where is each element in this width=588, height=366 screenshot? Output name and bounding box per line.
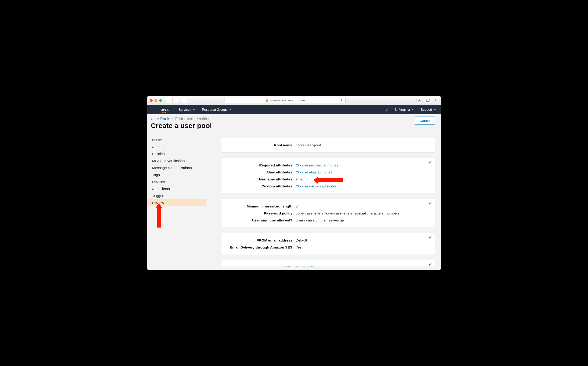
- share-button[interactable]: [416, 98, 423, 103]
- mfa-link[interactable]: Enable MFA...: [296, 265, 318, 267]
- edit-password-button[interactable]: [428, 201, 432, 206]
- pencil-icon: [428, 201, 432, 205]
- nav-region[interactable]: N. Virginia: [395, 108, 414, 111]
- nav-services[interactable]: Services: [179, 108, 195, 111]
- nav-support[interactable]: Support: [421, 108, 436, 111]
- sidebar-item-attributes[interactable]: Attributes: [147, 143, 206, 150]
- bell-icon: [385, 107, 389, 111]
- sidebar-item-mfa[interactable]: MFA and verifications: [147, 157, 206, 164]
- from-email-value: Default: [296, 238, 307, 243]
- svg-rect-5: [427, 99, 429, 101]
- nav-support-label: Support: [421, 108, 432, 111]
- browser-window: ‹ › 🔒 console.aws.amazon.com ↻ + aws: [147, 96, 441, 270]
- nav-services-label: Services: [179, 108, 191, 111]
- edit-attributes-button[interactable]: [428, 160, 432, 165]
- pencil-icon: [428, 262, 432, 266]
- sidebar-item-messages[interactable]: Message customizations: [147, 164, 206, 171]
- card-mfa: MFA Enable MFA...: [221, 260, 435, 267]
- nav-resource-groups[interactable]: Resource Groups: [202, 108, 231, 111]
- card-email: FROM email address Default Email Deliver…: [221, 233, 435, 255]
- pencil-icon: [428, 236, 432, 239]
- address-bar[interactable]: 🔒 console.aws.amazon.com ↻: [224, 98, 345, 103]
- custom-attrs-label: Custom attributes: [226, 184, 296, 188]
- chrome-right: +: [416, 98, 438, 103]
- signup-value: Users can sign themselves up: [296, 218, 344, 222]
- nav-region-label: N. Virginia: [395, 108, 410, 111]
- pool-name-label: Pool name: [226, 143, 296, 147]
- card-poolname: Pool name notes-user-pool: [221, 138, 435, 153]
- chevron-down-icon: [229, 109, 231, 110]
- card-attributes: Required attributes Choose required attr…: [221, 158, 435, 194]
- back-button[interactable]: ‹: [166, 98, 172, 103]
- annotation-arrow-vertical: [157, 207, 161, 228]
- annotation-arrow-horizontal: [317, 178, 343, 182]
- forward-button[interactable]: ›: [172, 98, 179, 103]
- cancel-button[interactable]: Cancel: [415, 117, 435, 125]
- page-title: Create a user pool: [147, 121, 441, 133]
- sidebar-item-policies[interactable]: Policies: [147, 150, 206, 157]
- ses-value: Yes: [296, 245, 301, 249]
- pencil-icon: [428, 160, 432, 164]
- crumb-user-pools[interactable]: User Pools: [151, 117, 170, 121]
- username-attrs-value: email: [296, 177, 304, 181]
- svg-rect-0: [183, 99, 187, 102]
- chevron-down-icon: [412, 109, 414, 110]
- minlen-label: Minimum password length: [226, 204, 296, 208]
- chevron-down-icon: [193, 109, 195, 110]
- history-nav: ‹ ›: [166, 98, 179, 103]
- share-icon: [418, 99, 421, 102]
- minimize-icon[interactable]: [155, 99, 157, 102]
- review-main: Pool name notes-user-pool Required attri…: [206, 136, 437, 267]
- required-attrs-label: Required attributes: [226, 163, 296, 167]
- maximize-icon[interactable]: [159, 99, 162, 102]
- url-text: console.aws.amazon.com: [270, 99, 305, 102]
- breadcrumb: User Pools | Federated Identities: [147, 114, 441, 121]
- policy-value: uppercase letters, lowercase letters, sp…: [296, 211, 400, 215]
- ses-label: Email Delivery through Amazon SES: [226, 245, 296, 249]
- pool-name-value: notes-user-pool: [296, 143, 321, 147]
- page: User Pools | Federated Identities Create…: [147, 114, 441, 270]
- chevron-down-icon: [434, 109, 436, 110]
- minlen-value: 8: [296, 204, 298, 208]
- card-password: Minimum password length 8 Password polic…: [221, 199, 435, 228]
- username-attrs-label: Username attributes: [226, 177, 296, 181]
- browser-chrome: ‹ › 🔒 console.aws.amazon.com ↻ +: [147, 96, 441, 105]
- aws-logo[interactable]: aws: [161, 107, 169, 112]
- aws-top-nav: aws Services Resource Groups N. Virginia…: [147, 105, 441, 114]
- sidebar-item-name[interactable]: Name: [147, 136, 206, 143]
- sidebar-icon: [183, 99, 187, 102]
- custom-attrs-link[interactable]: Choose custom attributes...: [296, 184, 340, 188]
- from-email-label: FROM email address: [226, 238, 296, 243]
- edit-mfa-button[interactable]: [428, 262, 432, 267]
- crumb-federated[interactable]: Federated Identities: [175, 117, 210, 121]
- new-tab-button[interactable]: +: [433, 98, 438, 103]
- signup-label: User sign ups allowed?: [226, 218, 296, 222]
- sidebar-item-tags[interactable]: Tags: [147, 171, 206, 178]
- wizard-sidebar: Name Attributes Policies MFA and verific…: [147, 136, 206, 206]
- notifications-button[interactable]: [385, 107, 389, 112]
- crumb-separator: |: [172, 117, 173, 121]
- tabs-icon: [426, 99, 430, 102]
- sidebar-toggle-button[interactable]: [181, 98, 188, 103]
- policy-label: Password policy: [226, 211, 296, 215]
- tabs-button[interactable]: [425, 98, 431, 103]
- lock-icon: 🔒: [265, 99, 269, 102]
- window-controls: [150, 99, 162, 102]
- aws-smile-icon: [161, 112, 168, 114]
- alias-attrs-label: Alias attributes: [226, 170, 296, 174]
- sidebar-item-appclients[interactable]: App clients: [147, 185, 206, 192]
- mfa-label: MFA: [226, 265, 296, 267]
- sidebar-item-devices[interactable]: Devices: [147, 178, 206, 185]
- reload-icon[interactable]: ↻: [341, 99, 344, 102]
- alias-attrs-link[interactable]: Choose alias attributes...: [296, 170, 336, 174]
- edit-email-button[interactable]: [428, 236, 432, 240]
- close-icon[interactable]: [150, 99, 153, 102]
- required-attrs-link[interactable]: Choose required attributes...: [296, 163, 341, 167]
- content-body: Name Attributes Policies MFA and verific…: [147, 133, 441, 267]
- sidebar-item-triggers[interactable]: Triggers: [147, 192, 206, 199]
- nav-resource-groups-label: Resource Groups: [202, 108, 227, 111]
